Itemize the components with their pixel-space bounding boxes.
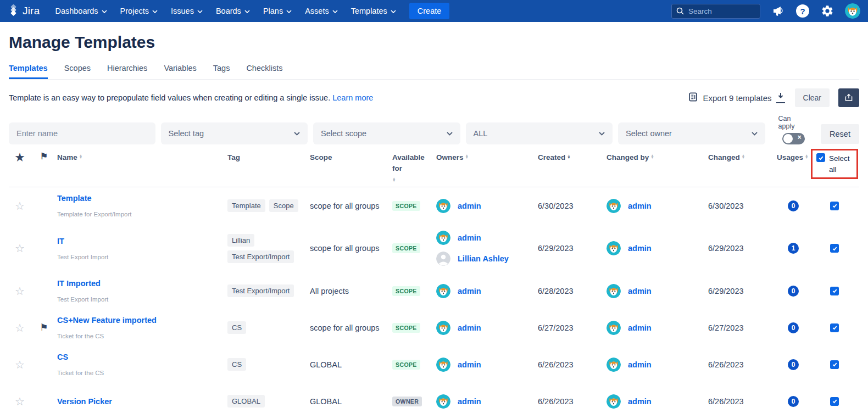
owner-link[interactable]: admin (458, 233, 481, 242)
jira-logo[interactable]: Jira (8, 4, 40, 18)
dog-avatar (607, 358, 621, 372)
dog-avatar (436, 358, 450, 372)
dog-avatar (607, 284, 621, 298)
sort-icon-active: ▲▼ (567, 154, 570, 158)
changed-by-link[interactable]: admin (628, 397, 652, 406)
scope-text: scope for all groups (310, 244, 392, 253)
scope-filter-select[interactable]: Select scope (313, 122, 460, 144)
user-avatar[interactable] (845, 3, 860, 19)
owner-link[interactable]: Lillian Ashley (458, 254, 509, 263)
row-checkbox[interactable] (830, 287, 839, 295)
tab-templates[interactable]: Templates (9, 64, 48, 79)
menu-issues[interactable]: Issues (171, 7, 203, 15)
can-apply-label: Can apply (778, 115, 809, 130)
changed-by-link[interactable]: admin (628, 202, 652, 210)
settings-gear-icon[interactable] (820, 4, 834, 18)
header-usages[interactable]: Usages▲▼ (777, 152, 810, 163)
help-icon[interactable]: ? (795, 4, 810, 18)
learn-more-link[interactable]: Learn more (332, 93, 373, 102)
flag-header-icon[interactable]: ⚑ (40, 152, 48, 161)
menu-templates[interactable]: Templates (351, 7, 396, 15)
tab-checklists[interactable]: Checklists (246, 64, 282, 79)
changed-by-link[interactable]: admin (628, 287, 652, 295)
menu-assets[interactable]: Assets (305, 7, 338, 15)
scope-text: GLOBAL (310, 360, 392, 369)
chevron-down-icon (447, 132, 453, 136)
row-checkbox[interactable] (830, 323, 839, 332)
row-checkbox[interactable] (830, 397, 839, 406)
favorite-star-icon[interactable]: ☆ (9, 358, 31, 371)
tag-filter-select[interactable]: Select tag (161, 122, 308, 144)
chevron-down-icon (294, 132, 300, 136)
select-all-checkbox[interactable] (816, 153, 825, 162)
tag-pill: Test Export/Import (227, 250, 294, 263)
created-date: 6/29/2023 (538, 244, 607, 253)
tab-tags[interactable]: Tags (213, 64, 230, 79)
row-checkbox[interactable] (830, 360, 839, 369)
favorite-star-icon[interactable]: ☆ (9, 321, 31, 334)
menu-projects[interactable]: Projects (120, 7, 158, 15)
tab-scopes[interactable]: Scopes (64, 64, 91, 79)
table-row: ☆IT ImportedTest Export ImportTest Expor… (9, 272, 859, 309)
header-changed[interactable]: Changed▲▼ (708, 152, 777, 163)
search-input[interactable] (671, 4, 760, 19)
header-changed-by[interactable]: Changed by▲▼ (607, 152, 708, 163)
chevron-down-icon (391, 10, 396, 13)
template-name-link[interactable]: Template (57, 194, 92, 203)
changed-by-link[interactable]: admin (628, 244, 652, 253)
dog-avatar (436, 321, 450, 335)
clear-button[interactable]: Clear (795, 88, 830, 107)
export-templates-link[interactable]: Export 9 templates (688, 92, 784, 104)
favorite-star-icon[interactable]: ☆ (9, 242, 31, 255)
favorite-star-icon[interactable]: ☆ (9, 284, 31, 298)
name-filter-input[interactable] (9, 122, 155, 144)
favorite-star-icon[interactable]: ☆ (9, 395, 31, 408)
row-checkbox[interactable] (830, 202, 839, 210)
share-button[interactable] (838, 88, 859, 107)
header-name[interactable]: Name▲▼ (57, 152, 227, 163)
favorite-star-icon[interactable]: ☆ (9, 199, 31, 213)
changed-date: 6/29/2023 (708, 244, 777, 253)
changed-date: 6/27/2023 (708, 323, 777, 332)
template-description: Template for Export/Import (57, 211, 132, 217)
template-name-link[interactable]: CS (57, 353, 68, 361)
dog-avatar (436, 394, 450, 409)
reset-button[interactable]: Reset (821, 124, 859, 144)
changed-by: admin (607, 358, 652, 372)
header-owners[interactable]: Owners▲▼ (436, 152, 538, 163)
create-button[interactable]: Create (409, 3, 450, 19)
header-available-for[interactable]: Available for▲▼ (392, 152, 436, 181)
menu-dashboards[interactable]: Dashboards (55, 7, 107, 15)
changed-date: 6/26/2023 (708, 397, 777, 406)
owner-link[interactable]: admin (458, 202, 481, 210)
owner-link[interactable]: admin (458, 360, 481, 369)
template-name-link[interactable]: IT (57, 237, 64, 245)
menu-boards[interactable]: Boards (216, 7, 250, 15)
changed-by-link[interactable]: admin (628, 323, 652, 332)
template-name-link[interactable]: Version Picker (57, 397, 112, 406)
sort-icon: ▲▼ (742, 154, 745, 158)
row-checkbox[interactable] (830, 244, 839, 253)
announcement-icon[interactable] (771, 4, 785, 18)
usages-badge: 0 (788, 200, 799, 211)
template-name-link[interactable]: CS+New Feature imported (57, 316, 157, 325)
tab-variables[interactable]: Variables (164, 64, 196, 79)
star-header-icon[interactable]: ★ (15, 152, 24, 163)
changed-by: admin (607, 241, 652, 255)
can-apply-toggle[interactable]: × (782, 133, 805, 144)
changed-by-link[interactable]: admin (628, 360, 652, 369)
owner-link[interactable]: admin (458, 323, 481, 332)
header-created[interactable]: Created▲▼ (538, 152, 607, 163)
type-filter-select[interactable]: ALL (466, 122, 613, 144)
owner: admin (436, 394, 481, 409)
tab-hierarchies[interactable]: Hierarchies (107, 64, 147, 79)
template-name-link[interactable]: IT Imported (57, 279, 101, 288)
upload-icon (844, 92, 854, 104)
owner-filter-select[interactable]: Select owner (618, 122, 765, 144)
jira-logo-icon (8, 4, 19, 18)
menu-plans[interactable]: Plans (263, 7, 292, 15)
table-header: ★ ⚑ Name▲▼ Tag Scope Available for▲▼ Own… (9, 152, 859, 187)
top-navbar: Jira Dashboards Projects Issues Boards P… (0, 0, 868, 22)
owner-link[interactable]: admin (458, 397, 481, 406)
owner-link[interactable]: admin (458, 287, 481, 295)
